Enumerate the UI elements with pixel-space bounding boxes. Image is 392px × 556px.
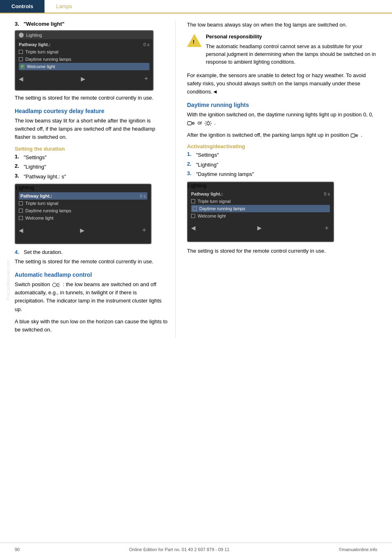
activating-text-1: "Settings" xyxy=(196,151,219,159)
footer-site: ©manualonline.info xyxy=(339,547,377,552)
screen2-row1: Pathway light.: 0 s xyxy=(19,192,147,200)
left-para2: The setting is stored for the remote con… xyxy=(15,258,168,266)
warning-text2: For example, the sensors are unable to d… xyxy=(187,71,381,96)
screen2-row4: Welcome light xyxy=(19,214,147,222)
screen2-row1-val: 0 s xyxy=(140,193,146,198)
parking-lamp-icon2 xyxy=(350,133,359,138)
section3-label: "Welcome light" xyxy=(24,21,65,27)
screen1-row2-label: Triple turn signal xyxy=(25,49,58,54)
nav-right-arrow: ▶ xyxy=(81,76,85,82)
screen2-row3: Daytime running lamps xyxy=(19,207,147,214)
activating-num-3: 3. xyxy=(187,170,194,178)
svg-line-6 xyxy=(192,124,194,124)
screen1-header: Lighting xyxy=(16,31,153,39)
screen3-row2-label: Triple turn signal xyxy=(198,199,231,204)
screen1-row1-val: 0 s xyxy=(143,42,149,47)
daytime-heading: Daytime running lights xyxy=(187,102,381,108)
activating-num-2: 2. xyxy=(187,161,194,169)
screen1-row1: Pathway light.: 0 s xyxy=(19,41,149,48)
screen3-row3-label: Daytime running lamps xyxy=(199,206,245,211)
screen3-row4: Welcome light xyxy=(191,212,330,220)
screen3-title: Lighting xyxy=(188,182,207,189)
activating-text-3: "Daytime running lamps" xyxy=(196,170,254,178)
screen3-row1-label: Pathway light.: xyxy=(191,191,223,196)
footer-edition: Online Edition for Part no. 01 40 2 607 … xyxy=(129,547,229,552)
daytime-para1: With the ignition switched on, the dayti… xyxy=(187,111,381,127)
tab-lamps[interactable]: Lamps xyxy=(45,0,83,13)
checkbox3 xyxy=(20,64,24,69)
footer-page-num: 90 xyxy=(15,547,20,552)
left-para1: The setting is stored for the remote con… xyxy=(15,94,168,102)
svg-point-0 xyxy=(53,283,56,287)
warning-exclaim: ! xyxy=(193,39,194,45)
list-item-2-text: "Lighting" xyxy=(24,163,46,171)
header-tabs: Controls Lamps xyxy=(0,0,392,13)
screen2-row4-label: Welcome light xyxy=(25,216,53,220)
auto-headlamp-para2: A blue sky with the sun low on the horiz… xyxy=(15,318,168,334)
screen2-nav: ◀ ▶ ＋ xyxy=(16,224,151,236)
screen1-title: Lighting xyxy=(26,33,42,38)
nav2-left-arrow: ◀ xyxy=(19,227,23,234)
svg-line-19 xyxy=(355,136,358,136)
auto-headlamp-para1a: Switch position xyxy=(15,281,50,287)
activating-item-1: 1. "Settings" xyxy=(187,151,381,159)
activating-heading: Activating/deactivating xyxy=(187,143,381,149)
warning-text: The automatic headlamp control cannot se… xyxy=(206,43,381,67)
nav3-plus: ＋ xyxy=(323,224,330,232)
nav3-left-arrow: ◀ xyxy=(191,225,196,231)
screen3-nav: ◀ ▶ ＋ xyxy=(188,222,333,234)
screen1-row3: Daytime running lamps xyxy=(19,56,149,63)
tab-controls[interactable]: Controls xyxy=(0,0,45,13)
headlamp-heading: Headlamp courtesy delay feature xyxy=(15,108,168,114)
main-content: 3. "Welcome light" Lighting Pathway ligh… xyxy=(0,13,392,338)
warning-title: Personal responsibility xyxy=(206,33,381,41)
daytime-period2: . xyxy=(361,132,363,138)
screen2-row1-label: Pathway light.: xyxy=(20,193,52,198)
activating-text-2: "Lighting" xyxy=(196,161,218,169)
step4: 4. Set the duration. xyxy=(15,249,168,255)
right-para-final: The setting is stored for the remote con… xyxy=(187,247,381,255)
screen1-row4-label: Welcome light xyxy=(27,64,55,69)
checkbox7 xyxy=(191,199,195,203)
daytime-period: . xyxy=(214,120,216,126)
list-item-1-num: 1. xyxy=(15,153,21,162)
list-item-3: 3. "Pathway light.: s" xyxy=(15,173,168,181)
auto-headlamp-para1: Switch position : the low beams are swit… xyxy=(15,280,168,314)
screen1-row4: Welcome light xyxy=(19,63,149,70)
checkbox5 xyxy=(19,209,23,213)
screen3-row1: Pathway light.: 0 s xyxy=(191,190,330,198)
svg-line-16 xyxy=(210,125,211,125)
nav-left-arrow: ◀ xyxy=(19,76,23,82)
screen2: Lighting Pathway light.: 0 s Triple turn… xyxy=(15,184,151,244)
list-item-3-text: "Pathway light.: s" xyxy=(24,173,66,181)
setting-duration-heading: Setting the duration xyxy=(15,146,168,152)
headlamp-para: The low beams stay lit for a short while… xyxy=(15,117,168,141)
screen3-row1-val: 0 s xyxy=(324,191,330,196)
list-item-2-num: 2. xyxy=(15,163,21,171)
screen1: Lighting Pathway light.: 0 s Triple turn… xyxy=(15,30,154,91)
nav3-right-arrow: ▶ xyxy=(257,225,262,231)
screen3: Lighting Pathway light.: 0 s Triple turn… xyxy=(187,182,334,242)
svg-line-18 xyxy=(355,134,358,135)
checkbox1 xyxy=(19,50,23,54)
activating-list: 1. "Settings" 2. "Lighting" 3. "Daytime … xyxy=(187,151,381,178)
list-item-2: 2. "Lighting" xyxy=(15,163,168,171)
gear-icon-1 xyxy=(19,33,24,38)
nav-plus: ＋ xyxy=(143,74,149,83)
activating-item-2: 2. "Lighting" xyxy=(187,161,381,169)
section3-header: 3. "Welcome light" xyxy=(15,21,168,27)
step4-num: 4. xyxy=(15,249,21,255)
screen3-row3: Daytime running lamps xyxy=(191,205,330,212)
daytime-lamp-icon xyxy=(204,120,213,126)
list-item-3-num: 3. xyxy=(15,173,21,181)
daytime-para2: After the ignition is switched off, the … xyxy=(187,131,381,139)
checkbox6 xyxy=(19,216,23,220)
warning-box: ! Personal responsibility The automatic … xyxy=(187,33,381,67)
screen3-row4-label: Welcome light xyxy=(198,214,226,218)
screen1-body: Pathway light.: 0 s Triple turn signal D… xyxy=(16,39,153,72)
svg-point-8 xyxy=(207,122,209,125)
right-para1: The low beams always stay on when the fo… xyxy=(187,21,381,29)
screen1-row3-label: Daytime running lamps xyxy=(25,57,71,62)
svg-line-13 xyxy=(205,121,206,122)
right-column: The low beams always stay on when the fo… xyxy=(176,21,392,338)
